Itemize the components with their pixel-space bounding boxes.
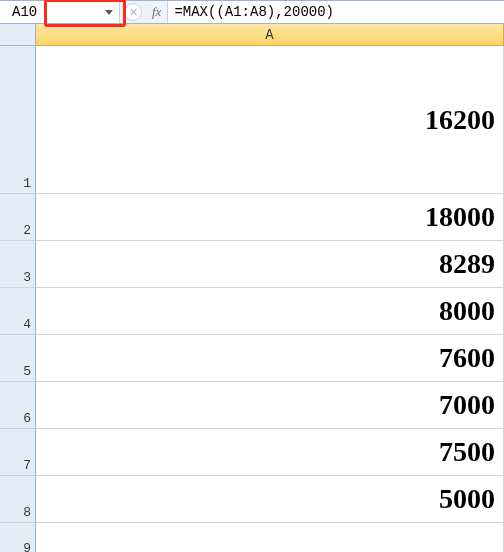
row-header[interactable]: 6 bbox=[0, 382, 36, 429]
name-box-value: A10 bbox=[12, 4, 37, 20]
select-all-corner[interactable] bbox=[0, 24, 36, 46]
spreadsheet-grid: A 11620021800038289480005760067000775008… bbox=[0, 24, 504, 552]
cell[interactable]: 18000 bbox=[36, 194, 504, 241]
formula-bar-buttons: ✕ bbox=[120, 3, 146, 21]
cell[interactable]: 7600 bbox=[36, 335, 504, 382]
cell[interactable]: 7500 bbox=[36, 429, 504, 476]
formula-text: =MAX((A1:A8),20000) bbox=[174, 4, 334, 20]
chevron-down-icon[interactable] bbox=[105, 10, 113, 15]
row-header[interactable]: 4 bbox=[0, 288, 36, 335]
row-header[interactable]: 9 bbox=[0, 523, 36, 552]
name-box[interactable]: A10 bbox=[0, 1, 120, 23]
column-header-a[interactable]: A bbox=[36, 24, 504, 46]
formula-bar: A10 ✕ fx =MAX((A1:A8),20000) bbox=[0, 0, 504, 24]
row-header[interactable]: 5 bbox=[0, 335, 36, 382]
row-header[interactable]: 7 bbox=[0, 429, 36, 476]
cell[interactable]: 16200 bbox=[36, 46, 504, 194]
row-header[interactable]: 1 bbox=[0, 46, 36, 194]
cell[interactable]: 8000 bbox=[36, 288, 504, 335]
row-header[interactable]: 8 bbox=[0, 476, 36, 523]
cancel-icon[interactable]: ✕ bbox=[124, 3, 142, 21]
fx-label[interactable]: fx bbox=[146, 1, 168, 23]
formula-input[interactable]: =MAX((A1:A8),20000) bbox=[168, 1, 504, 23]
cell[interactable]: 7000 bbox=[36, 382, 504, 429]
row-header[interactable]: 3 bbox=[0, 241, 36, 288]
row-header[interactable]: 2 bbox=[0, 194, 36, 241]
cell[interactable]: 5000 bbox=[36, 476, 504, 523]
cell[interactable] bbox=[36, 523, 504, 552]
cell[interactable]: 8289 bbox=[36, 241, 504, 288]
